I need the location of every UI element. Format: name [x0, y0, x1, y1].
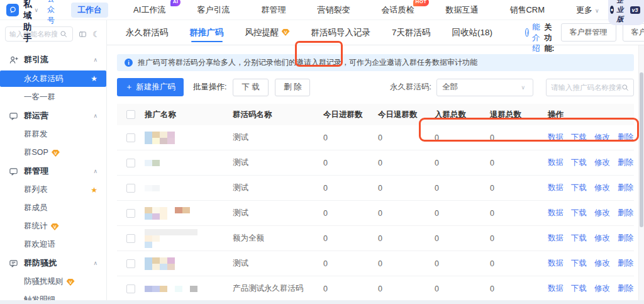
- action-link-下载[interactable]: 下载: [571, 208, 587, 218]
- action-link-下载[interactable]: 下载: [571, 233, 587, 244]
- collapse-panel-icon[interactable]: [79, 30, 87, 38]
- dark-mode-icon[interactable]: ☾: [92, 30, 100, 39]
- nav-item[interactable]: 营销裂变: [311, 3, 356, 18]
- mosaic-block: [145, 264, 152, 270]
- tab-active[interactable]: 群推广码: [190, 20, 224, 45]
- action-link-修改[interactable]: 修改: [594, 183, 610, 193]
- create-promo-code-button[interactable]: ＋ 新建推广码: [117, 78, 184, 96]
- channel-link[interactable]: 公众号: [47, 0, 55, 26]
- sidebar-section-header[interactable]: 群管理∧: [0, 162, 106, 181]
- cell-code-name: 产品测试永久群活码: [233, 283, 319, 294]
- action-link-下载[interactable]: 下载: [571, 283, 587, 294]
- related-function-button[interactable]: 客户群标签: [623, 23, 644, 42]
- sidebar-item[interactable]: 群统计V: [0, 217, 106, 235]
- row-checkbox[interactable]: [126, 284, 135, 293]
- sidebar-search[interactable]: [5, 26, 73, 42]
- action-link-数据[interactable]: 数据: [548, 233, 564, 244]
- mosaic-block: [167, 132, 175, 138]
- sidebar-item[interactable]: 群SOPV: [0, 144, 106, 162]
- action-link-下载[interactable]: 下载: [571, 183, 587, 193]
- sidebar-item[interactable]: 一客一群: [0, 88, 106, 106]
- action-link-数据[interactable]: 数据: [548, 283, 564, 294]
- sidebar-item[interactable]: 群欢迎语: [0, 235, 106, 254]
- sidebar-item[interactable]: 群列表★: [0, 181, 106, 199]
- cell-total-join: 0: [431, 284, 486, 293]
- tab-item[interactable]: 群活码导入记录: [311, 20, 371, 45]
- vertical-scrollbar-thumb[interactable]: [640, 72, 643, 227]
- action-link-修改[interactable]: 修改: [594, 132, 610, 143]
- nav-item-label: AI工作流: [133, 5, 165, 14]
- livecode-filter-select[interactable]: 全部 ∨: [436, 79, 533, 96]
- brand-name: 芝麻私域助手: [23, 0, 32, 44]
- nav-item[interactable]: 更多∨: [570, 3, 608, 18]
- section-chevron-up-icon: ∧: [93, 113, 97, 119]
- sidebar-section-header[interactable]: 群运营∧: [0, 106, 106, 125]
- sidebar-section-header[interactable]: 群引流∧: [0, 50, 106, 69]
- sidebar-search-input[interactable]: [9, 30, 57, 38]
- sidebar-item[interactable]: 群成员: [0, 199, 106, 217]
- action-link-删除[interactable]: 删除: [618, 157, 633, 168]
- cell-today-join: 0: [319, 133, 374, 142]
- sidebar-item[interactable]: 永久群活码★: [0, 70, 106, 87]
- nav-item[interactable]: 数据互通: [439, 3, 484, 18]
- action-link-删除[interactable]: 删除: [618, 132, 633, 143]
- delete-button[interactable]: 删 除: [275, 79, 310, 96]
- brand-chevron-down-icon[interactable]: ∨: [35, 7, 39, 13]
- mosaic-block: [160, 235, 167, 242]
- row-checkbox[interactable]: [126, 133, 135, 142]
- nav-item[interactable]: 会话质检HOT: [375, 3, 420, 18]
- action-link-修改[interactable]: 修改: [594, 233, 610, 244]
- row-checkbox[interactable]: [126, 259, 135, 268]
- row-checkbox[interactable]: [126, 184, 135, 193]
- row-checkbox[interactable]: [126, 159, 135, 167]
- action-link-下载[interactable]: 下载: [571, 157, 587, 168]
- nav-item[interactable]: 客户引流: [191, 3, 236, 18]
- mosaic-row: [145, 138, 233, 144]
- sidebar-item-label: 群群发: [24, 129, 97, 140]
- action-link-下载[interactable]: 下载: [571, 132, 587, 143]
- related-function-button[interactable]: 客户群管理: [561, 23, 616, 42]
- action-link-修改[interactable]: 修改: [594, 157, 610, 168]
- app-logo-icon: [6, 4, 19, 16]
- action-link-数据[interactable]: 数据: [548, 258, 564, 269]
- tab-item[interactable]: 风控提醒V: [245, 20, 290, 45]
- sidebar-item[interactable]: 群群发: [0, 125, 106, 144]
- sidebar-item[interactable]: 防骚扰规则V: [0, 273, 106, 291]
- action-link-删除[interactable]: 删除: [618, 208, 633, 218]
- promo-search-box[interactable]: [546, 79, 634, 96]
- mosaic-block: [160, 132, 167, 138]
- action-link-删除[interactable]: 删除: [618, 183, 633, 193]
- tab-item[interactable]: 永久群活码: [126, 20, 169, 45]
- mosaic-row: [145, 213, 233, 220]
- action-link-修改[interactable]: 修改: [594, 283, 610, 294]
- nav-item[interactable]: 工作台: [71, 3, 108, 18]
- nav-item[interactable]: AI工作流AI: [127, 3, 172, 18]
- tab-item[interactable]: 7天群活码: [392, 20, 431, 45]
- download-button[interactable]: 下 载: [233, 79, 268, 96]
- sidebar-section-header[interactable]: 群防骚扰∧: [0, 254, 106, 273]
- action-link-删除[interactable]: 删除: [618, 233, 633, 244]
- nav-item[interactable]: 销售CRM: [503, 3, 551, 18]
- hot-badge: HOT: [413, 0, 430, 6]
- action-link-删除[interactable]: 删除: [618, 258, 633, 269]
- mosaic-block: [152, 286, 160, 292]
- vertical-scrollbar-track[interactable]: [638, 45, 644, 300]
- nav-item[interactable]: 群管理: [255, 3, 292, 18]
- action-link-数据[interactable]: 数据: [548, 132, 564, 143]
- row-checkbox[interactable]: [126, 209, 135, 218]
- action-link-删除[interactable]: 删除: [618, 283, 633, 294]
- select-all-checkbox[interactable]: [126, 110, 135, 119]
- mosaic-block: [182, 213, 190, 220]
- action-link-数据[interactable]: 数据: [548, 208, 564, 218]
- tab-item[interactable]: 回收站(18): [452, 20, 493, 45]
- action-link-修改[interactable]: 修改: [594, 208, 610, 218]
- action-link-修改[interactable]: 修改: [594, 258, 610, 269]
- cell-total-join: 0: [431, 184, 486, 193]
- promo-search-input[interactable]: [551, 84, 621, 91]
- favorite-star-icon[interactable]: ★: [91, 186, 97, 194]
- action-link-下载[interactable]: 下载: [571, 258, 587, 269]
- action-link-数据[interactable]: 数据: [548, 157, 564, 168]
- row-checkbox[interactable]: [126, 234, 135, 243]
- favorite-star-icon[interactable]: ★: [91, 74, 97, 83]
- action-link-数据[interactable]: 数据: [548, 183, 564, 193]
